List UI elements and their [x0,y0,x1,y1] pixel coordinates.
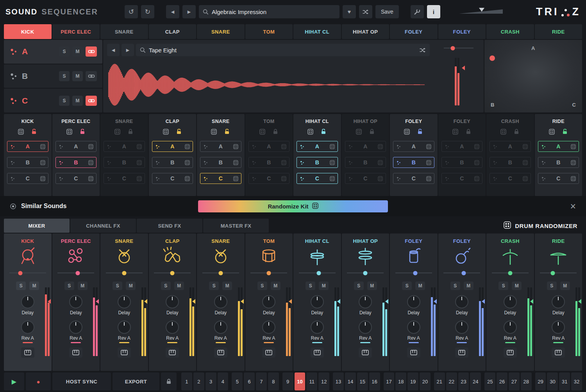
channel-keyboard-button[interactable] [552,347,565,358]
track-tab-foley-10[interactable]: FOLEY [438,24,486,39]
track-tab-crash-11[interactable]: CRASH [486,24,534,39]
mixer-channel-foley-10[interactable]: FOLEY S M Delay Rev A [438,233,486,371]
track-tab-ride-12[interactable]: RIDE [535,24,582,39]
drum-randomizer[interactable]: DRUM RANDOMIZER [504,219,582,233]
channel-mute-button[interactable]: M [415,282,425,290]
channel-keyboard-button[interactable] [504,347,517,358]
channel-mute-button[interactable]: M [464,282,473,290]
reverb-send-knob[interactable] [118,321,131,334]
variation-cell-snare-B[interactable]: B [104,157,145,168]
channel-keyboard-button[interactable] [118,347,131,358]
column-random-button[interactable] [114,129,120,136]
step-16[interactable]: 16 [369,372,380,390]
preset-search-input[interactable] [212,9,336,15]
favorite-button[interactable]: ♥ [343,5,356,18]
meter-marker-icon[interactable] [337,299,340,304]
variation-cell-kick-B[interactable]: B [7,157,48,168]
column-random-button[interactable] [549,129,555,136]
step-27[interactable]: 27 [509,372,520,390]
step-8[interactable]: 8 [268,372,279,390]
host-sync-button[interactable]: HOST SYNC [52,372,111,390]
info-button[interactable]: i [427,5,440,18]
channel-volume-slider[interactable] [202,270,239,276]
track-tab-snare-5[interactable]: SNARE [197,24,245,39]
step-26[interactable]: 26 [497,372,507,390]
step-14[interactable]: 14 [345,372,356,390]
reverb-send-knob[interactable] [166,321,179,334]
variation-cell-hihat-cl-A[interactable]: A [297,141,338,152]
track-tab-perc-elec-2[interactable]: PERC ELEC [52,24,100,39]
channel-keyboard-button[interactable] [455,347,468,358]
variation-cell-crash-A[interactable]: A [490,141,531,152]
variation-cell-foley-B[interactable]: B [441,157,483,168]
reverb-send-knob[interactable] [504,321,517,334]
fx-tab-mixer[interactable]: MIXER [4,219,70,233]
step-32[interactable]: 32 [571,372,582,390]
channel-keyboard-button[interactable] [21,347,34,358]
step-22[interactable]: 22 [446,372,457,390]
volume-dot[interactable] [18,271,22,275]
delay-send-knob[interactable] [166,295,179,308]
channel-volume-slider[interactable] [395,270,432,276]
channel-mute-button[interactable]: M [222,282,232,290]
channel-volume-slider[interactable] [106,270,143,276]
next-sample-button[interactable]: ▶ [121,44,134,56]
delay-send-knob[interactable] [214,295,227,308]
variation-cell-foley-A[interactable]: A [393,141,434,152]
master-volume-fader[interactable] [459,8,509,16]
variation-cell-hihat-op-A[interactable]: A [345,141,386,152]
reverb-send-knob[interactable] [262,321,275,334]
step-10[interactable]: 10 [295,372,306,390]
channel-mute-button[interactable]: M [174,282,184,290]
similar-sounds-radio[interactable] [10,203,16,209]
reverb-send-knob[interactable] [21,321,34,334]
column-random-button[interactable] [66,129,72,136]
channel-keyboard-button[interactable] [407,347,420,358]
track-tab-snare-3[interactable]: SNARE [100,24,148,39]
reverb-send-knob[interactable] [552,321,565,334]
column-random-button[interactable] [18,129,24,136]
channel-solo-button[interactable]: S [16,282,26,290]
channel-mute-button[interactable]: M [367,282,377,290]
reverb-send-knob[interactable] [69,321,82,334]
export-button[interactable]: EXPORT [113,372,159,390]
channel-mute-button[interactable]: M [126,282,136,290]
channel-volume-slider[interactable] [9,270,46,276]
meter-marker-icon[interactable] [434,299,437,304]
variation-cell-crash-B[interactable]: B [490,157,531,168]
variation-cell-foley-B[interactable]: B [393,157,434,168]
variation-cell-kick-A[interactable]: A [7,141,48,152]
column-random-button[interactable] [259,129,265,136]
meter-marker-icon[interactable] [530,299,533,304]
column-lock-button[interactable] [31,129,37,136]
step-25[interactable]: 25 [484,372,495,390]
column-lock-button[interactable] [127,129,134,136]
reverb-send-knob[interactable] [214,321,227,334]
fader-thumb[interactable] [479,8,484,12]
track-tab-hihat-cl-7[interactable]: HIHAT CL [293,24,341,39]
variation-cell-tom-C[interactable]: C [248,173,290,184]
volume-dot[interactable] [122,271,126,275]
close-button[interactable]: × [570,201,576,211]
step-23[interactable]: 23 [458,372,469,390]
volume-dot[interactable] [170,271,175,275]
layer-mute-button[interactable]: M [72,46,83,57]
step-4[interactable]: 4 [218,372,229,390]
meter-marker-icon[interactable] [241,299,244,304]
variation-cell-snare-C[interactable]: C [200,173,241,184]
variation-cell-crash-C[interactable]: C [490,173,531,184]
column-random-button[interactable] [211,129,217,136]
variation-cell-foley-C[interactable]: C [393,173,434,184]
channel-keyboard-button[interactable] [359,347,372,358]
channel-volume-slider[interactable] [250,270,287,276]
reverb-send-knob[interactable] [311,321,324,334]
volume-dot[interactable] [317,271,321,275]
channel-keyboard-button[interactable] [166,347,179,358]
step-15[interactable]: 15 [357,372,368,390]
mixer-channel-snare-3[interactable]: SNARE S M Delay Rev A [100,233,148,371]
delay-send-knob[interactable] [359,295,372,308]
column-lock-button[interactable] [513,129,520,136]
channel-solo-button[interactable]: S [547,282,557,290]
variation-cell-snare-A[interactable]: A [200,141,241,152]
channel-volume-slider[interactable] [492,270,529,276]
